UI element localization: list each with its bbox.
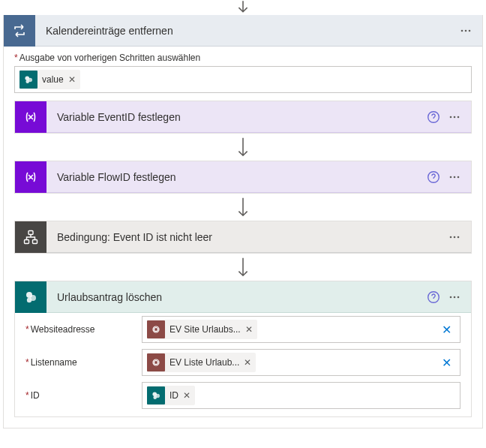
set-var-eventid-help[interactable] [423,107,444,128]
set-var-flowid-header[interactable]: Variable FlowID festlegen [15,161,471,193]
condition-icon [15,221,46,253]
svg-rect-14 [28,230,33,234]
sharepoint-icon [147,386,165,404]
condition-card: Bedingung: Event ID ist nicht leer [14,221,472,254]
param-id-input[interactable]: ID ✕ [142,382,460,409]
arrow-icon [14,194,472,221]
id-token[interactable]: ID ✕ [147,386,195,405]
loop-header[interactable]: Kalendereinträge entfernen [4,15,482,47]
set-var-flowid-more[interactable] [444,167,465,188]
svg-point-25 [454,296,456,298]
list-token-label: EV Liste Urlaub... [170,357,239,368]
svg-point-24 [450,296,452,298]
id-token-label: ID [170,390,178,401]
svg-point-1 [465,29,467,32]
list-token-remove[interactable]: ✕ [244,357,251,368]
svg-rect-16 [33,239,38,243]
env-var-icon [147,353,165,371]
set-var-flowid-title: Variable FlowID festlegen [46,171,423,183]
param-list-label: *Listenname [26,357,142,368]
value-token-label: value [42,74,64,85]
site-token-label: EV Site Urlaubs... [170,324,241,335]
incoming-arrow [0,0,486,15]
param-id-row: *ID ID ✕ [15,379,471,416]
delete-item-title: Urlaubsantrag löschen [46,291,423,303]
svg-point-8 [454,116,456,118]
select-output-input[interactable]: value ✕ [14,66,472,93]
svg-point-9 [458,116,460,118]
delete-item-more[interactable] [444,287,465,308]
variable-icon [15,101,46,133]
list-token[interactable]: EV Liste Urlaub... ✕ [147,353,256,372]
svg-point-7 [450,116,452,118]
svg-point-0 [461,29,464,32]
param-site-label: *Websiteadresse [26,324,142,335]
svg-point-23 [428,291,440,302]
condition-more[interactable] [444,227,465,248]
set-var-flowid-card: Variable FlowID festlegen [14,161,472,194]
param-list-clear[interactable]: ✕ [436,356,457,370]
svg-point-11 [450,176,452,178]
value-token-remove[interactable]: ✕ [68,74,76,85]
sharepoint-icon [20,71,38,89]
param-site-row: *Websiteadresse EV Site Urlaubs... ✕ ✕ [15,313,471,346]
svg-rect-15 [25,239,29,243]
delete-item-help[interactable] [423,287,444,308]
set-var-eventid-more[interactable] [444,107,465,128]
svg-point-19 [458,236,460,238]
sharepoint-icon [15,281,46,313]
select-output-label: *Ausgabe von vorherigen Schritten auswäh… [14,53,472,63]
svg-point-12 [454,176,456,178]
set-var-flowid-help[interactable] [423,167,444,188]
loop-title: Kalendereinträge entfernen [35,25,455,37]
param-list-row: *Listenname EV Liste Urlaub... ✕ ✕ [15,346,471,379]
svg-point-22 [27,297,32,302]
condition-title: Bedingung: Event ID ist nicht leer [46,231,444,243]
svg-point-10 [428,171,440,182]
delete-item-card: Urlaubsantrag löschen *Websiteadresse [14,281,472,417]
svg-point-26 [458,296,460,298]
condition-header[interactable]: Bedingung: Event ID ist nicht leer [15,221,471,253]
set-var-eventid-header[interactable]: Variable EventID festlegen [15,101,471,133]
svg-point-18 [454,236,456,238]
param-list-input[interactable]: EV Liste Urlaub... ✕ ✕ [142,349,460,376]
svg-point-31 [153,395,157,399]
loop-card: Kalendereinträge entfernen *Ausgabe von … [3,15,483,428]
delete-item-header[interactable]: Urlaubsantrag löschen [15,281,471,313]
param-site-clear[interactable]: ✕ [436,323,457,337]
arrow-icon [14,254,472,281]
loop-icon [4,15,35,47]
site-token-remove[interactable]: ✕ [245,324,253,335]
svg-point-6 [428,111,440,122]
set-var-eventid-title: Variable EventID festlegen [46,111,423,123]
site-token[interactable]: EV Site Urlaubs... ✕ [147,320,257,339]
param-site-input[interactable]: EV Site Urlaubs... ✕ ✕ [142,316,460,343]
env-var-icon [147,320,165,338]
param-id-label: *ID [26,390,142,401]
arrow-icon [14,134,472,161]
id-token-remove[interactable]: ✕ [183,390,190,401]
svg-point-5 [26,80,29,83]
value-token[interactable]: value ✕ [20,70,80,89]
svg-point-17 [450,236,452,238]
set-var-eventid-card: Variable EventID festlegen [14,101,472,134]
svg-point-13 [458,176,460,178]
variable-icon [15,161,46,193]
loop-more-menu[interactable] [455,20,476,41]
svg-point-2 [469,29,471,32]
